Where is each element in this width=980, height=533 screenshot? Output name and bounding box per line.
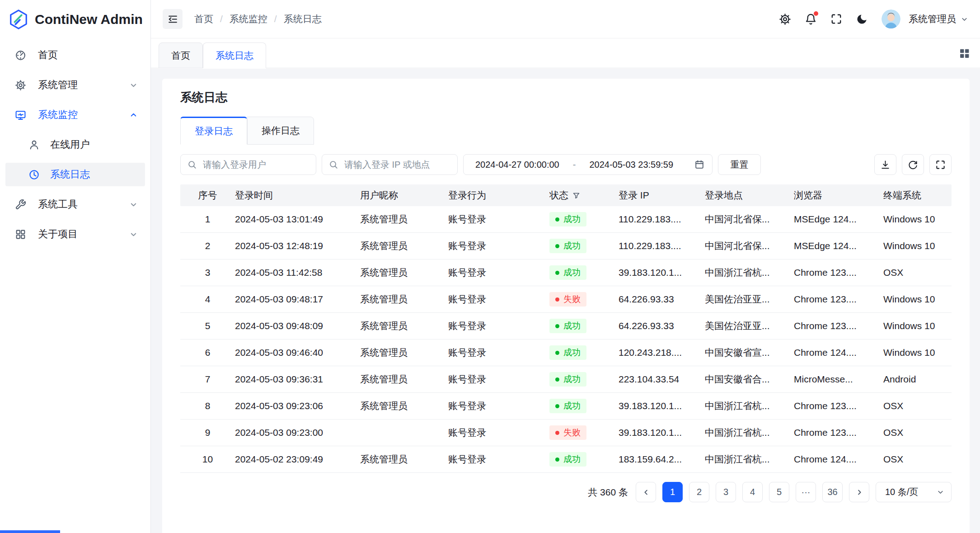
sidebar-item-label: 关于项目 <box>38 227 78 241</box>
tab-login-logs[interactable]: 登录日志 <box>180 117 247 145</box>
table-row[interactable]: 7 2024-05-03 09:36:31 系统管理员 账号登录 成功 223.… <box>180 366 952 393</box>
page-tabbar: 首页 系统日志 <box>151 38 980 68</box>
sidebar-menu: 首页 系统管理 系统监控 <box>0 38 150 246</box>
chevron-down-icon <box>961 15 968 23</box>
cell-index: 8 <box>180 401 235 411</box>
cell-login-time: 2024-05-03 12:48:19 <box>235 241 360 251</box>
cell-browser: Chrome 123.... <box>794 321 883 331</box>
table-row[interactable]: 2 2024-05-03 12:48:19 系统管理员 账号登录 成功 110.… <box>180 233 952 259</box>
column-header: 终端系统 <box>883 189 951 202</box>
page-button[interactable]: 5 <box>769 482 789 502</box>
cell-login-time: 2024-05-03 09:23:00 <box>235 427 360 438</box>
cell-login-time: 2024-05-03 09:23:06 <box>235 401 360 411</box>
tab-home[interactable]: 首页 <box>159 42 203 68</box>
cell-login-action: 账号登录 <box>448 400 549 412</box>
sidebar-item-label: 系统日志 <box>50 168 90 181</box>
column-header: 登录地点 <box>705 189 794 202</box>
page-button[interactable]: ··· <box>796 482 816 502</box>
search-icon <box>328 160 338 170</box>
breadcrumb-item[interactable]: 系统监控 <box>230 13 267 25</box>
cell-os: Windows 10 <box>883 347 951 358</box>
table-row[interactable]: 4 2024-05-03 09:48:17 系统管理员 账号登录 失败 64.2… <box>180 286 952 313</box>
page-button[interactable]: 2 <box>689 482 709 502</box>
breadcrumb-item[interactable]: 系统日志 <box>284 13 322 25</box>
table-row[interactable]: 10 2024-05-02 23:09:49 系统管理员 账号登录 成功 183… <box>180 446 952 473</box>
cell-login-time: 2024-05-03 13:01:49 <box>235 214 360 225</box>
status-badge: 失败 <box>549 425 586 440</box>
sidebar-item-home[interactable]: 首页 <box>5 43 145 67</box>
fullscreen-icon[interactable] <box>830 13 842 25</box>
search-input[interactable] <box>322 154 458 175</box>
cell-browser: Chrome 123.... <box>794 401 883 411</box>
breadcrumb-separator: / <box>274 14 277 24</box>
table-fullscreen-button[interactable] <box>929 154 952 175</box>
cell-login-action: 账号登录 <box>448 346 549 359</box>
status-badge: 成功 <box>549 319 586 333</box>
cell-os: OSX <box>883 427 951 438</box>
page-size-select[interactable]: 10 条/页 <box>876 482 952 502</box>
tab-system-logs[interactable]: 系统日志 <box>203 42 266 68</box>
page-button[interactable]: 36 <box>822 482 843 502</box>
cell-login-action: 账号登录 <box>448 266 549 279</box>
sidebar-item-system-monitor[interactable]: 系统监控 <box>5 103 145 127</box>
column-header: 登录行为 <box>448 189 549 202</box>
notification-bell-icon[interactable] <box>805 13 817 25</box>
expand-icon <box>935 160 946 170</box>
sidebar-item-system-logs[interactable]: 系统日志 <box>5 163 145 186</box>
cell-user-nickname: 系统管理员 <box>360 400 448 412</box>
app-logo[interactable]: ContiNew Admin <box>0 0 150 38</box>
date-range-picker[interactable]: 2024-04-27 00:00:00 - 2024-05-03 23:59:5… <box>463 154 713 175</box>
column-header: 状态 <box>549 189 568 202</box>
cell-user-nickname: 系统管理员 <box>360 266 448 279</box>
user-menu[interactable]: 系统管理员 <box>909 13 968 25</box>
tab-operation-logs[interactable]: 操作日志 <box>247 117 314 145</box>
breadcrumb-item[interactable]: 首页 <box>194 13 213 25</box>
page-button[interactable]: 4 <box>742 482 763 502</box>
download-button[interactable] <box>874 154 896 175</box>
page-button[interactable]: 1 <box>662 482 683 502</box>
cell-login-location: 中国浙江省杭... <box>705 426 794 439</box>
refresh-button[interactable] <box>902 154 924 175</box>
cell-login-ip: 64.226.93.33 <box>619 321 705 331</box>
table-row[interactable]: 3 2024-05-03 11:42:58 系统管理员 账号登录 成功 39.1… <box>180 259 952 286</box>
topbar: 首页 / 系统监控 / 系统日志 <box>151 0 980 38</box>
cell-login-ip: 120.243.218.... <box>619 347 705 358</box>
dark-mode-moon-icon[interactable] <box>856 13 868 25</box>
cell-os: Windows 10 <box>883 214 951 225</box>
status-badge: 成功 <box>549 239 586 253</box>
filter-funnel-icon[interactable] <box>572 192 580 199</box>
main-area: 首页 / 系统监控 / 系统日志 <box>151 0 980 533</box>
status-badge: 成功 <box>549 399 586 413</box>
dashboard-icon <box>15 50 26 61</box>
avatar[interactable] <box>882 9 900 28</box>
table-row[interactable]: 6 2024-05-03 09:46:40 系统管理员 账号登录 成功 120.… <box>180 340 952 366</box>
cell-index: 1 <box>180 214 235 225</box>
cell-login-time: 2024-05-02 23:09:49 <box>235 454 360 465</box>
table-row[interactable]: 8 2024-05-03 09:23:06 系统管理员 账号登录 成功 39.1… <box>180 393 952 420</box>
cell-login-time: 2024-05-03 09:36:31 <box>235 374 360 385</box>
sidebar-item-system-management[interactable]: 系统管理 <box>5 73 145 97</box>
reset-button[interactable]: 重置 <box>718 154 761 175</box>
next-page-button[interactable] <box>849 482 869 502</box>
cell-browser: Chrome 123.... <box>794 294 883 305</box>
search-input[interactable] <box>180 154 316 175</box>
cell-user-nickname: 系统管理员 <box>360 293 448 306</box>
calendar-icon <box>694 160 704 170</box>
table-row[interactable]: 5 2024-05-03 09:48:09 系统管理员 账号登录 成功 64.2… <box>180 313 952 340</box>
settings-gear-icon[interactable] <box>779 13 791 25</box>
table-row[interactable]: 1 2024-05-03 13:01:49 系统管理员 账号登录 成功 110.… <box>180 206 952 233</box>
table-row[interactable]: 9 2024-05-03 09:23:00 账号登录 失败 39.183.120… <box>180 420 952 446</box>
cell-login-location: 中国河北省保... <box>705 213 794 226</box>
sidebar-item-label: 系统工具 <box>38 198 78 211</box>
table-body: 1 2024-05-03 13:01:49 系统管理员 账号登录 成功 110.… <box>180 206 952 473</box>
cell-index: 3 <box>180 267 235 278</box>
cell-user-nickname: 系统管理员 <box>360 373 448 386</box>
sidebar-item-system-tools[interactable]: 系统工具 <box>5 193 145 216</box>
table-header-row: 序号 登录时间 用户昵称 登录行为 状态 登录 IP 登录地点 浏 <box>180 184 952 206</box>
sidebar-item-about-project[interactable]: 关于项目 <box>5 222 145 246</box>
prev-page-button[interactable] <box>636 482 656 502</box>
layout-grid-icon[interactable] <box>959 47 970 59</box>
page-button[interactable]: 3 <box>716 482 736 502</box>
sidebar-collapse-button[interactable] <box>163 9 183 29</box>
sidebar-item-online-users[interactable]: 在线用户 <box>5 133 145 156</box>
